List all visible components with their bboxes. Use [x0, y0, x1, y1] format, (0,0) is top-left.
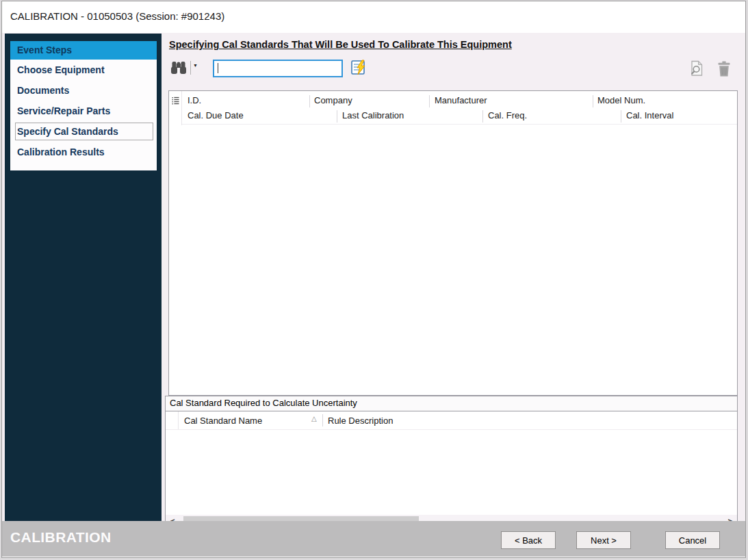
sort-ascending-icon — [311, 415, 317, 422]
back-button[interactable]: < Back — [501, 531, 556, 549]
footer-bar: CALIBRATION < Back Next > Cancel — [2, 521, 745, 557]
header-bottom-line — [182, 124, 737, 125]
column-header-id[interactable]: I.D. — [188, 95, 201, 105]
search-input[interactable] — [214, 61, 341, 76]
search-box — [213, 60, 343, 77]
footer-brand-label: CALIBRATION — [10, 529, 112, 546]
row-indicator-icon — [171, 96, 180, 106]
trash-icon — [717, 68, 731, 79]
edit-rules-button[interactable] — [351, 60, 367, 75]
sidebar-item-calibration-results[interactable]: Calibration Results — [10, 142, 157, 162]
main-area: Specifying Cal Standards That Will Be Us… — [162, 33, 745, 521]
next-button[interactable]: Next > — [576, 531, 631, 549]
column-separator — [621, 110, 621, 123]
toolbar-divider — [190, 61, 191, 75]
find-button[interactable] — [170, 60, 188, 75]
row-indicator-column — [169, 91, 182, 125]
column-separator — [309, 95, 310, 107]
page-title: Specifying Cal Standards That Will Be Us… — [169, 39, 512, 50]
window-title: CALIBRATION - 01050503 (Session: #901243… — [10, 10, 224, 22]
cal-standards-grid[interactable]: I.D. Company Manufacturer Model Num. Cal… — [168, 90, 738, 396]
title-bar: CALIBRATION - 01050503 (Session: #901243… — [2, 1, 745, 33]
column-header-rule-description[interactable]: Rule Description — [328, 416, 393, 426]
column-header-cal-interval[interactable]: Cal. Interval — [626, 110, 673, 120]
dialog-body: Event Steps Choose Equipment Documents S… — [2, 33, 745, 521]
column-header-model-num[interactable]: Model Num. — [597, 95, 645, 105]
column-separator — [429, 95, 430, 107]
column-separator — [593, 95, 593, 107]
find-dropdown-button[interactable] — [193, 63, 198, 68]
column-header-cal-standard-name[interactable]: Cal Standard Name — [184, 416, 262, 426]
uncertainty-grid[interactable]: Cal Standard Name Rule Description — [165, 411, 738, 529]
column-header-company[interactable]: Company — [314, 95, 352, 105]
sidebar-item-service-repair-parts[interactable]: Service/Repair Parts — [10, 101, 157, 121]
header-bottom-line — [166, 429, 737, 430]
sidebar-item-specify-cal-standards[interactable]: Specify Cal Standards — [15, 123, 153, 140]
column-separator — [337, 110, 337, 123]
sidebar-item-choose-equipment[interactable]: Choose Equipment — [10, 60, 157, 80]
cancel-button[interactable]: Cancel — [665, 531, 720, 549]
column-header-last-calibration[interactable]: Last Calibration — [342, 110, 404, 120]
column-separator — [322, 414, 323, 427]
document-magnifier-icon — [688, 68, 705, 79]
event-steps-panel: Event Steps Choose Equipment Documents S… — [10, 41, 157, 170]
binoculars-icon — [170, 66, 188, 77]
edit-rules-lightning-icon — [351, 67, 367, 77]
event-steps-sidebar: Event Steps Choose Equipment Documents S… — [5, 34, 162, 521]
uncertainty-panel-caption: Cal Standard Required to Calculate Uncer… — [165, 396, 738, 411]
column-header-cal-freq[interactable]: Cal. Freq. — [488, 110, 527, 120]
event-steps-header: Event Steps — [10, 41, 157, 60]
calibration-dialog: CALIBRATION - 01050503 (Session: #901243… — [1, 1, 746, 558]
row-indicator-column — [166, 411, 179, 429]
sidebar-item-documents[interactable]: Documents — [10, 80, 157, 101]
column-header-cal-due-date[interactable]: Cal. Due Date — [188, 110, 244, 120]
column-header-manufacturer[interactable]: Manufacturer — [435, 95, 487, 105]
preview-button[interactable] — [688, 60, 705, 77]
delete-button[interactable] — [717, 61, 731, 77]
column-separator — [482, 110, 483, 123]
